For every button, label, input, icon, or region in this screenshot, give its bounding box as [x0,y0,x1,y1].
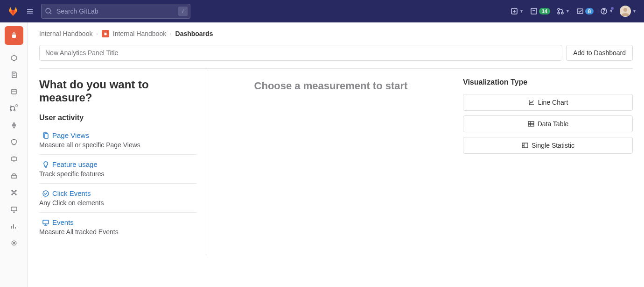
help-link[interactable]: ▼ [600,7,613,15]
hamburger-menu-icon[interactable] [24,6,35,17]
svg-rect-8 [531,8,537,14]
metric-label: Events [52,218,74,226]
sidebar-monitor[interactable] [7,202,21,217]
metric-title: Page Views [39,131,196,139]
empty-state-message: Choose a measurement to start [254,80,408,92]
issues-link[interactable]: 14 [530,7,550,15]
chevron-down-icon: ▼ [519,9,524,14]
breadcrumbs: Internal Handbook › Internal Handbook › … [39,30,633,37]
user-avatar [620,6,631,17]
svg-point-12 [561,12,563,14]
svg-line-35 [14,194,15,194]
svg-rect-26 [12,157,16,161]
svg-rect-53 [528,122,534,126]
svg-line-32 [13,191,14,192]
viz-option-line-chart[interactable]: Line Chart [463,94,633,111]
svg-point-31 [15,194,16,195]
panel-editor-body: What do you want to measure? User activi… [39,68,633,255]
svg-line-34 [13,194,14,194]
sidebar-settings[interactable] [7,236,21,251]
single-stat-icon [521,142,529,149]
metric-title: Events [39,218,196,226]
svg-point-10 [558,8,560,10]
metric-page-views[interactable]: Page Views Measure all or specific Page … [39,129,196,155]
sidebar-mr-count: 0 [15,103,18,108]
svg-point-42 [13,242,15,244]
visualization-column: Visualization Type Line Chart Data Table… [455,69,633,255]
panel-title-row: Add to Dashboard [39,45,633,61]
breadcrumb-root[interactable]: Internal Handbook [39,30,92,37]
svg-point-23 [10,106,11,108]
svg-rect-21 [12,89,16,94]
breadcrumb-separator: › [96,31,98,36]
gitlab-logo-icon[interactable] [7,6,19,17]
project-sidebar: 0 [0,22,28,287]
svg-point-3 [46,8,50,13]
lightbulb-icon [42,161,49,168]
svg-rect-18 [12,35,16,38]
svg-point-47 [43,191,49,196]
svg-point-24 [10,110,11,111]
sidebar-packages[interactable] [7,168,21,183]
sidebar-issues[interactable] [7,84,21,99]
create-new-button[interactable]: ▼ [511,7,524,15]
viz-option-single-statistic[interactable]: Single Statistic [463,137,633,154]
merge-requests-link[interactable]: ▼ [557,7,570,15]
svg-point-15 [604,13,604,13]
svg-point-27 [13,192,15,194]
sidebar-merge-requests[interactable]: 0 [7,101,21,116]
svg-line-33 [14,191,15,192]
svg-line-4 [50,13,51,14]
viz-option-label: Data Table [538,120,569,128]
metric-description: Any Click on elements [39,199,196,207]
line-chart-icon [528,99,535,106]
visualization-heading: Visualization Type [463,78,633,86]
viz-option-data-table[interactable]: Data Table [463,115,633,132]
metric-description: Measure All tracked Events [39,228,196,236]
metric-events[interactable]: Events Measure All tracked Events [39,213,196,241]
sidebar-security[interactable] [7,135,21,150]
breadcrumb-project[interactable]: Internal Handbook [113,30,166,37]
panel-title-input[interactable] [39,45,562,61]
page-views-icon [42,132,49,139]
metric-feature-usage[interactable]: Feature usage Track specific features [39,155,196,184]
project-avatar[interactable] [5,26,23,45]
events-icon [42,219,49,226]
top-navbar: / ▼ 14 ▼ 8 ▼ ▼ [0,0,644,22]
search-input[interactable] [41,4,190,19]
sidebar-cicd[interactable] [7,118,21,133]
metric-description: Measure all or specific Page Views [39,141,196,149]
breadcrumb-separator: › [170,31,171,36]
svg-point-11 [558,12,560,14]
svg-point-25 [14,110,15,111]
sidebar-repository[interactable] [7,67,21,82]
add-to-dashboard-button[interactable]: Add to Dashboard [566,45,633,61]
measure-heading: What do you want to measure? [39,78,196,104]
sidebar-infrastructure[interactable] [7,185,21,200]
svg-rect-36 [11,207,17,211]
chevron-down-icon: ▼ [632,9,637,14]
user-menu[interactable]: ▼ [620,6,637,17]
sidebar-deployments[interactable] [7,151,21,166]
svg-rect-43 [104,33,106,35]
search-icon [45,7,52,15]
measure-column: What do you want to measure? User activi… [39,69,206,255]
chevron-down-icon: ▼ [566,9,570,14]
metric-title: Click Events [39,189,196,197]
sidebar-analytics[interactable] [7,219,21,234]
search-shortcut-badge: / [178,7,188,16]
navbar-right: ▼ 14 ▼ 8 ▼ ▼ [511,6,637,17]
svg-point-17 [623,8,627,12]
click-icon [42,190,49,197]
main-content: Internal Handbook › Internal Handbook › … [28,22,644,287]
metric-click-events[interactable]: Click Events Any Click on elements [39,184,196,213]
metric-label: Feature usage [52,160,98,168]
svg-point-30 [12,194,13,195]
metric-description: Track specific features [39,170,196,178]
todos-link[interactable]: 8 [576,7,594,15]
help-notification-dot [610,7,614,10]
metric-title: Feature usage [39,160,196,168]
sidebar-project-info[interactable] [7,50,21,65]
data-table-icon [527,120,535,128]
metric-label: Click Events [52,189,91,197]
